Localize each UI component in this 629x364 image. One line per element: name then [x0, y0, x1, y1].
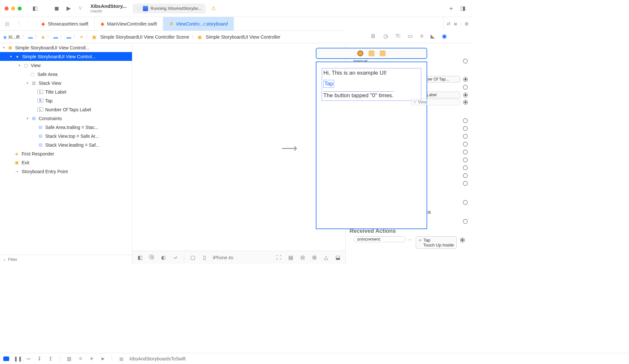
- activity-status[interactable]: ◌ Running XibsAndStorybo...: [133, 4, 206, 13]
- back-button[interactable]: 〈: [14, 20, 22, 28]
- entry-arrow-icon[interactable]: ⟶: [281, 141, 297, 155]
- connection-well-icon[interactable]: [463, 200, 468, 205]
- history-inspector-icon[interactable]: ◷: [383, 33, 388, 40]
- device-icon[interactable]: ▯: [201, 254, 208, 261]
- outline-title-label[interactable]: LTitle Label: [0, 87, 132, 96]
- first-responder-icon[interactable]: [369, 50, 374, 56]
- action-destination: ✕ Tap Touch Up Inside: [416, 236, 457, 249]
- connection-well-icon[interactable]: [463, 150, 468, 155]
- outline-safe-area[interactable]: ▢Safe Area: [0, 70, 132, 79]
- size-inspector-icon[interactable]: ◣: [430, 33, 435, 40]
- scene-icon: ▣: [92, 34, 96, 40]
- tab-showcase-item[interactable]: ◆ ShowcaseItem.swift: [35, 17, 95, 30]
- identity-inspector-icon[interactable]: ▭: [408, 33, 413, 40]
- connection-well-icon[interactable]: [463, 118, 468, 123]
- zoom-fit-icon[interactable]: ⛶: [275, 255, 282, 261]
- exit-icon[interactable]: [380, 50, 386, 56]
- outline-scene[interactable]: ▾▣Simple StoryboardUI View Controll...: [0, 43, 132, 52]
- connection-well-icon[interactable]: [463, 134, 468, 139]
- accessibility-icon[interactable]: ⓐ: [148, 254, 155, 261]
- outline-viewcontroller[interactable]: ▾●Simple StoryboardUI View Control...: [0, 52, 132, 61]
- scheme-branch-icon[interactable]: ⑂: [76, 4, 85, 13]
- title-label-preview[interactable]: Hi, This is an example UI!: [322, 68, 421, 78]
- resolve-icon[interactable]: △: [322, 254, 330, 261]
- activity-spinner-icon: ◌: [137, 6, 140, 11]
- run-button[interactable]: ▶: [64, 4, 73, 13]
- tab-label: ShowcaseItem.swift: [48, 21, 88, 27]
- outline-stack[interactable]: ▾▥Stack View: [0, 79, 132, 87]
- device-frame[interactable]: Hi, This is an example UI! Tap The butto…: [316, 62, 427, 229]
- filter-input[interactable]: [8, 257, 129, 262]
- connection-well-icon[interactable]: [463, 77, 468, 82]
- outline-first-responder[interactable]: ◈First Responder: [0, 149, 132, 158]
- outline-tree[interactable]: ▾▣Simple StoryboardUI View Controll... ▾…: [0, 43, 132, 255]
- connection-well-icon[interactable]: [463, 126, 468, 131]
- editor-layout-icon[interactable]: ⊞: [465, 21, 468, 26]
- outline-view[interactable]: ▾▢View: [0, 61, 132, 70]
- warning-icon[interactable]: ⚠︎: [211, 5, 216, 12]
- outline-constraint-2[interactable]: ⊟Stack View.top = Safe Ar...: [0, 132, 132, 140]
- outline-exit[interactable]: ▣Exit: [0, 158, 132, 167]
- stop-button[interactable]: ◼: [52, 4, 61, 13]
- embed-icon[interactable]: ⬓: [334, 254, 341, 261]
- add-button[interactable]: ＋: [447, 4, 455, 13]
- minimize-window-icon[interactable]: [11, 7, 15, 10]
- received-action-row[interactable]: onIncrement: ✕ Tap Touch Up Inside: [353, 236, 468, 249]
- swift-file-icon: ◆: [41, 21, 45, 27]
- close-window-icon[interactable]: [5, 7, 9, 10]
- disconnect-icon[interactable]: ✕: [419, 238, 422, 242]
- device-label[interactable]: iPhone 4s: [213, 255, 233, 260]
- scene-dock[interactable]: [316, 48, 427, 59]
- outline-constraint-1[interactable]: ⊟Safe Area.trailing = Stac...: [0, 123, 132, 132]
- connections-inspector-icon[interactable]: ◉: [442, 33, 447, 40]
- connection-well-icon[interactable]: [460, 238, 465, 243]
- crumb-vc[interactable]: Simple StoryboardUI View Controller: [206, 34, 280, 40]
- outline-constraints[interactable]: ▾⊞Constraints: [0, 114, 132, 123]
- tab-storyboard[interactable]: ✕ ViewContro...r.storyboard: [163, 17, 234, 30]
- connection-well-icon[interactable]: [463, 142, 468, 147]
- build-icon: [143, 6, 148, 11]
- group-icon[interactable]: ▤: [287, 254, 294, 261]
- stack-view-preview[interactable]: Hi, This is an example UI! Tap The butto…: [322, 68, 421, 101]
- document-outline: ▾▣Simple StoryboardUI View Controll... ▾…: [0, 43, 132, 264]
- count-label-preview[interactable]: The button tapped "0" times.: [323, 91, 393, 99]
- outline-tap-button[interactable]: BTap: [0, 96, 132, 105]
- attributes-inspector-icon[interactable]: ≡: [420, 33, 423, 40]
- connection-well-icon[interactable]: [463, 173, 468, 178]
- pin-icon[interactable]: ⊞: [311, 254, 318, 261]
- vc-icon[interactable]: [357, 50, 363, 56]
- outline-filter[interactable]: ⌕: [0, 255, 132, 264]
- sidebar-toggle-icon[interactable]: ◧: [31, 4, 39, 13]
- connection-well-icon[interactable]: [463, 165, 468, 170]
- outline-entry-point[interactable]: →Storyboard Entry Point: [0, 167, 132, 176]
- connection-well-icon[interactable]: [463, 85, 468, 90]
- assistant-toggle-icon[interactable]: ⇄: [447, 21, 450, 26]
- connection-well-icon[interactable]: [463, 93, 468, 98]
- outline-numtaps-label[interactable]: LNumber Of Taps Label: [0, 105, 132, 114]
- connection-well-icon[interactable]: [463, 219, 468, 224]
- tap-button-preview[interactable]: Tap: [323, 80, 334, 88]
- file-inspector-icon[interactable]: 🗎: [371, 33, 376, 40]
- crumb-scene[interactable]: Simple StoryboardUI View Controller Scen…: [100, 34, 189, 40]
- zoom-window-icon[interactable]: [18, 7, 22, 10]
- orientation-icon[interactable]: ⤾: [172, 254, 179, 261]
- disconnect-icon[interactable]: ✕: [413, 100, 416, 104]
- connection-well-icon[interactable]: [463, 157, 468, 162]
- outline-constraint-3[interactable]: ⊟Stack View.leading = Saf...: [0, 140, 132, 149]
- inspector-toggle-icon[interactable]: ◨: [459, 4, 467, 13]
- tab-main-vc[interactable]: ◆ MainViewController.swift: [95, 17, 163, 30]
- connection-well-icon[interactable]: [463, 59, 468, 64]
- related-items-icon[interactable]: ▤: [3, 20, 11, 28]
- connection-well-icon[interactable]: [463, 181, 468, 186]
- outline-toggle-icon[interactable]: ◧: [136, 254, 143, 261]
- minimap-icon[interactable]: ≣: [454, 21, 457, 26]
- align-icon[interactable]: ⊟: [299, 254, 306, 261]
- crumb-project[interactable]: Xi...ift: [8, 34, 20, 40]
- storyboard-file-icon: ✕: [169, 21, 173, 27]
- connection-well-icon[interactable]: [463, 100, 468, 105]
- help-inspector-icon[interactable]: ?⃝: [395, 33, 401, 40]
- forward-button[interactable]: 〉: [24, 20, 32, 28]
- layout-icon[interactable]: ▢: [189, 254, 197, 261]
- appearance-icon[interactable]: ◐: [160, 254, 167, 261]
- storyboard-canvas[interactable]: ⟶ Hi, This is an example UI! Tap The but…: [132, 43, 345, 251]
